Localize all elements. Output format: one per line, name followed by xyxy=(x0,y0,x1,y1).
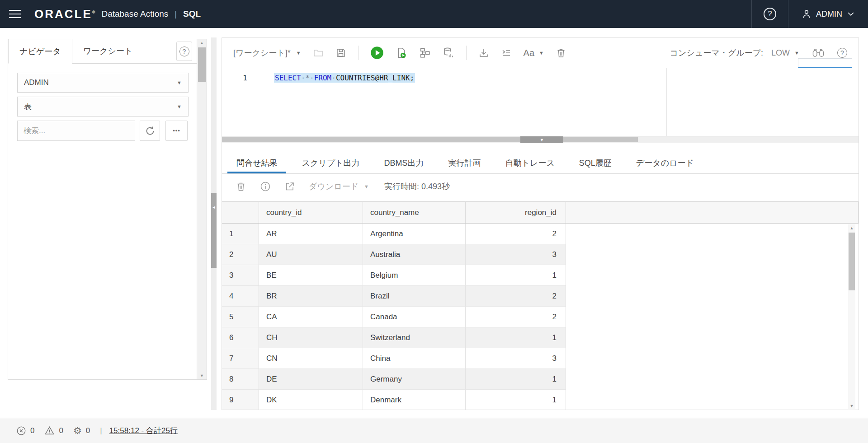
table-cell[interactable]: DK xyxy=(259,390,363,410)
table-cell[interactable]: 1 xyxy=(466,327,566,348)
save-button[interactable] xyxy=(335,47,346,58)
warnings-status[interactable]: 0 xyxy=(44,425,63,436)
grid-column-header[interactable]: region_id xyxy=(466,202,566,223)
table-cell[interactable]: Australia xyxy=(363,244,466,265)
row-filler xyxy=(566,348,859,369)
navigator-scrollbar[interactable]: ▲ ▼ xyxy=(197,39,207,379)
result-summary-link[interactable]: 15:58:12 - 合計25行 xyxy=(109,425,178,436)
text-size-dropdown[interactable]: Aa ▼ xyxy=(524,48,544,58)
worksheet-help-button[interactable]: ? xyxy=(837,48,847,58)
more-options-button[interactable]: ••• xyxy=(165,121,188,141)
results-tab[interactable]: DBMS出力 xyxy=(375,153,433,173)
grid-column-header[interactable]: country_id xyxy=(259,202,363,223)
scroll-down-icon[interactable]: ▼ xyxy=(197,372,207,379)
scroll-up-icon[interactable]: ▲ xyxy=(848,224,855,231)
splitter-grip[interactable]: ◄ xyxy=(211,193,217,268)
tab-navigator[interactable]: ナビゲータ xyxy=(8,39,72,64)
binoculars-icon xyxy=(812,48,825,58)
editor-horizontal-scrollbar[interactable]: ▼ xyxy=(222,136,859,143)
format-button[interactable] xyxy=(501,47,512,58)
download-editor-button[interactable] xyxy=(478,47,489,58)
table-row[interactable]: 4BRBrazil2 xyxy=(222,286,859,307)
scrollbar-thumb[interactable] xyxy=(222,137,638,142)
table-row[interactable]: 3BEBelgium1 xyxy=(222,265,859,286)
table-cell[interactable]: 2 xyxy=(466,307,566,327)
table-cell[interactable]: Denmark xyxy=(363,390,466,410)
hamburger-menu-icon[interactable] xyxy=(9,10,21,18)
scroll-up-icon[interactable]: ▲ xyxy=(197,39,207,47)
results-tab[interactable]: 問合せ結果 xyxy=(227,153,286,173)
table-cell[interactable]: 3 xyxy=(466,244,566,265)
table-cell[interactable]: Germany xyxy=(363,369,466,390)
clear-worksheet-button[interactable] xyxy=(556,47,566,58)
table-row[interactable]: 1ARArgentina2 xyxy=(222,224,859,244)
table-cell[interactable]: AR xyxy=(259,224,363,244)
results-tab[interactable]: 自動トレース xyxy=(496,153,564,173)
table-cell[interactable]: Brazil xyxy=(363,286,466,307)
grid-scrollbar[interactable]: ▲ ▼ xyxy=(848,224,855,409)
table-row[interactable]: 7CNChina3 xyxy=(222,348,859,369)
open-file-button[interactable] xyxy=(313,47,324,58)
grid-column-header[interactable]: country_name xyxy=(363,202,466,223)
table-cell[interactable]: DE xyxy=(259,369,363,390)
table-cell[interactable]: BR xyxy=(259,286,363,307)
clear-results-button[interactable] xyxy=(236,181,246,192)
table-row[interactable]: 9DKDenmark1 xyxy=(222,390,859,410)
download-results-dropdown[interactable]: ダウンロード ▼ xyxy=(309,181,369,192)
navigator-help-button[interactable]: ? xyxy=(176,42,192,61)
explain-plan-button[interactable] xyxy=(419,47,431,59)
run-statement-button[interactable] xyxy=(370,46,384,60)
results-tab[interactable]: SQL履歴 xyxy=(570,153,621,173)
sql-code-line-wrap[interactable]: SELECT·*·FROM·COUNTRIES@HR_LINK; xyxy=(258,74,415,84)
scrollbar-thumb[interactable] xyxy=(849,233,855,290)
row-number-cell: 5 xyxy=(222,307,259,327)
table-cell[interactable]: 1 xyxy=(466,265,566,286)
open-in-new-button[interactable] xyxy=(284,181,295,192)
table-cell[interactable]: CH xyxy=(259,327,363,348)
schema-select[interactable]: ADMIN ▼ xyxy=(17,73,189,93)
results-tab[interactable]: データのロード xyxy=(627,153,703,173)
table-cell[interactable]: China xyxy=(363,348,466,369)
table-cell[interactable]: AU xyxy=(259,244,363,265)
table-cell[interactable]: 1 xyxy=(466,369,566,390)
find-button[interactable] xyxy=(812,48,825,58)
table-cell[interactable]: Argentina xyxy=(363,224,466,244)
table-cell[interactable]: CN xyxy=(259,348,363,369)
row-filler xyxy=(566,327,859,348)
table-cell[interactable]: 2 xyxy=(466,224,566,244)
table-row[interactable]: 8DEGermany1 xyxy=(222,369,859,390)
autotrace-button[interactable] xyxy=(443,47,454,59)
panel-splitter[interactable]: ◄ xyxy=(211,37,217,410)
collapse-results-handle[interactable]: ▼ xyxy=(520,136,563,143)
table-row[interactable]: 5CACanada2 xyxy=(222,307,859,327)
user-menu[interactable]: ADMIN xyxy=(788,9,868,19)
results-tab[interactable]: スクリプト出力 xyxy=(292,153,368,173)
results-tab[interactable]: 実行計画 xyxy=(439,153,490,173)
tasks-status[interactable]: ⚙ 0 xyxy=(73,426,90,435)
help-icon: ? xyxy=(179,47,189,56)
object-type-select[interactable]: 表 ▼ xyxy=(17,97,189,117)
sql-editor[interactable]: 1 SELECT·*·FROM·COUNTRIES@HR_LINK; xyxy=(222,68,859,136)
table-cell[interactable]: 2 xyxy=(466,286,566,307)
table-cell[interactable]: 3 xyxy=(466,348,566,369)
errors-status[interactable]: 0 xyxy=(16,426,34,436)
table-cell[interactable]: Belgium xyxy=(363,265,466,286)
scrollbar-thumb[interactable] xyxy=(198,47,206,82)
search-input[interactable] xyxy=(17,121,135,141)
tab-worksheet[interactable]: ワークシート xyxy=(72,39,144,63)
table-cell[interactable]: Canada xyxy=(363,307,466,327)
table-cell[interactable]: 1 xyxy=(466,390,566,410)
table-cell[interactable]: BE xyxy=(259,265,363,286)
table-row[interactable]: 2AUAustralia3 xyxy=(222,244,859,265)
result-info-button[interactable] xyxy=(260,181,271,192)
table-cell[interactable]: CA xyxy=(259,307,363,327)
table-row[interactable]: 6CHSwitzerland1 xyxy=(222,327,859,348)
table-cell[interactable]: Switzerland xyxy=(363,327,466,348)
refresh-button[interactable] xyxy=(140,121,160,141)
editor-scroll-indicator[interactable] xyxy=(798,58,852,68)
scroll-down-icon[interactable]: ▼ xyxy=(848,402,855,409)
worksheet-name-dropdown[interactable]: [ワークシート]* ▼ xyxy=(233,47,301,58)
consumer-group-select[interactable]: LOW ▼ xyxy=(771,48,799,58)
help-button[interactable]: ? xyxy=(751,0,788,28)
run-script-button[interactable] xyxy=(396,47,407,59)
